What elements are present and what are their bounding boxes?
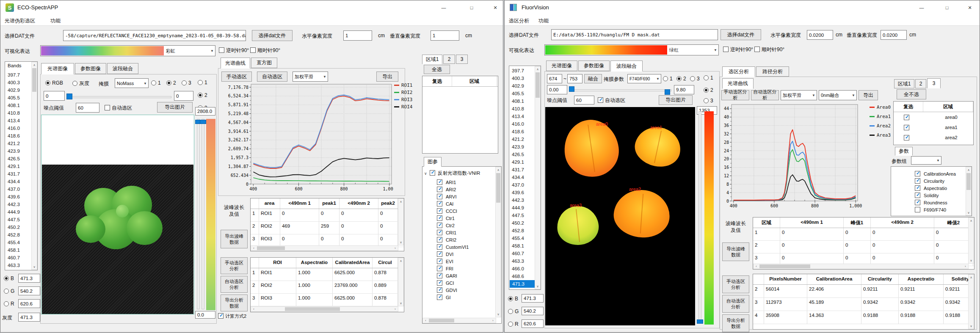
checkbox[interactable] (915, 178, 920, 184)
colorbar-slider-track-2[interactable] (202, 119, 204, 309)
bands-scrollbar[interactable]: ∧∨ (535, 66, 541, 289)
index-item[interactable]: CRI2 (422, 236, 494, 243)
maximize-button[interactable]: □ (464, 3, 480, 12)
tab-region-1[interactable]: 区域1 (894, 79, 914, 88)
checkbox[interactable] (904, 125, 909, 130)
threshold-slider-handle[interactable] (66, 94, 72, 99)
table-row[interactable]: 1ROI1000055 (251, 209, 404, 222)
fusion-width-combo[interactable]: 0nm融合 ▼ (819, 90, 857, 100)
band-item[interactable]: 408.1 (509, 97, 535, 105)
colorbar-slider-track[interactable] (698, 111, 701, 323)
close-button[interactable]: ✕ (487, 3, 503, 12)
peak-table-vscroll[interactable]: ∧∨ (968, 217, 974, 264)
minimize-button[interactable]: — (914, 3, 930, 12)
noise-threshold-input[interactable]: 60 (76, 103, 99, 113)
band-item[interactable]: 397.7 (509, 67, 535, 74)
band-item[interactable]: 400.3 (509, 74, 535, 82)
index-item[interactable]: CustomVI1 (422, 243, 494, 250)
checkbox[interactable] (437, 201, 442, 206)
param-item[interactable]: Circularity (891, 177, 966, 184)
band-item[interactable]: 447.5 (5, 216, 30, 223)
manual-roi-analysis-button[interactable]: 手动选区分析 (721, 90, 749, 100)
display-mode-3-radio[interactable]: 3 (182, 80, 191, 86)
radio[interactable] (663, 76, 668, 81)
auto-roi-analysis-button[interactable]: 自动选区分析 (751, 90, 779, 100)
checkbox[interactable] (105, 105, 110, 110)
peak-table-hscroll[interactable]: ‹› (753, 264, 969, 269)
param-group-combo[interactable]: ▼ (911, 156, 941, 165)
checkbox[interactable] (437, 244, 442, 250)
tab-region-3[interactable]: 3 (456, 55, 468, 64)
tab-histogram[interactable]: 直方图 (251, 58, 277, 68)
display-mode-2-radio[interactable]: 2 (166, 80, 176, 86)
tab-image-params[interactable]: 图参 (424, 157, 442, 167)
index-item[interactable]: Ctr1 (422, 215, 494, 222)
index-item[interactable]: ARI1 (422, 179, 494, 186)
dat-path-input[interactable]: -58/capture/REFLECTANCE_FACE1230_emptyna… (63, 30, 246, 41)
v-pixel-width-input[interactable]: 1 (431, 30, 459, 41)
tab-region-1[interactable]: 区域1 (422, 55, 442, 64)
band-item[interactable]: 452.8 (509, 227, 535, 234)
fusion-to-input[interactable]: 753 (567, 74, 582, 83)
export-curve-button[interactable]: 导出 (376, 72, 398, 82)
display-mode-2-radio[interactable]: 2 (676, 76, 686, 82)
checkbox[interactable] (219, 47, 224, 53)
menu-pseudocolor-select[interactable]: 光谱伪彩选区 (5, 17, 35, 25)
band-item[interactable]: 447.5 (509, 212, 535, 219)
tab-parameters[interactable]: 参数 (895, 147, 913, 156)
index-item[interactable]: CCCI (422, 207, 494, 215)
smoothing-combo[interactable]: 加权平滑 ▼ (781, 90, 817, 100)
bands-scrollbar[interactable]: ∧∨ (31, 62, 37, 270)
noise-threshold-input[interactable]: 60 (574, 96, 594, 105)
checkbox[interactable] (437, 266, 442, 271)
band-item[interactable]: 450.2 (509, 219, 535, 227)
peak-table-hscroll[interactable]: ‹› (251, 245, 398, 251)
index-item[interactable]: ARVI (422, 193, 494, 200)
analysis-table-vscroll[interactable]: ∧∨ (398, 258, 404, 306)
tab-region-2[interactable]: 2 (915, 79, 926, 88)
param-item[interactable]: Solidity (891, 192, 966, 199)
rgb-radio[interactable]: RGB (45, 80, 63, 86)
channel-g-input[interactable]: 540.2 (18, 286, 40, 295)
auto-select-checkbox[interactable]: 自动选区 (598, 97, 625, 104)
colormap-combo[interactable]: 彩虹 ▼ (40, 45, 215, 56)
checkbox[interactable] (437, 187, 442, 192)
table-row[interactable]: 20000 (753, 241, 974, 253)
colormap-combo[interactable]: 绿红 ▼ (544, 44, 719, 55)
radio[interactable] (704, 98, 709, 103)
auto-analysis-button[interactable]: 自动选区 分析 (722, 295, 749, 313)
gray-input[interactable]: 471.3 (18, 313, 40, 322)
colorbar-max-input[interactable]: 2808.0 (195, 107, 215, 116)
channel-b-radio[interactable]: B (4, 275, 14, 281)
table-row[interactable]: 10000 (753, 228, 974, 241)
band-item[interactable]: 437.0 (5, 185, 30, 193)
roi-group-2-radio[interactable]: 2 (198, 92, 207, 98)
tab-path-analysis[interactable]: 路径分析 (756, 66, 789, 77)
band-item[interactable]: 431.7 (5, 170, 30, 178)
fuse-button[interactable]: 融合 (584, 74, 602, 83)
band-item[interactable]: 413.4 (5, 117, 30, 124)
channel-b-input[interactable]: 471.3 (522, 294, 544, 303)
roi-group-1-radio[interactable]: 1 (704, 75, 713, 81)
checkbox[interactable] (437, 237, 442, 242)
table-row[interactable]: 1ROI11.0006625.0000.878 (251, 268, 404, 281)
threshold-high-input[interactable]: 0 (174, 91, 193, 101)
radio[interactable] (704, 75, 709, 80)
tree-collapse-icon[interactable]: ∨ (424, 171, 427, 176)
band-item[interactable]: 429.1 (509, 158, 535, 166)
indices-vscroll[interactable]: ∧∨ (495, 167, 501, 317)
region-row[interactable]: area1 (894, 122, 973, 132)
export-curve-button[interactable]: 导出 (859, 90, 878, 100)
index-item[interactable]: FRI (422, 265, 494, 272)
checkbox[interactable] (904, 115, 909, 120)
band-item[interactable]: 437.0 (509, 181, 535, 189)
band-item[interactable]: 444.9 (5, 208, 30, 216)
fusion-slider-handle-low[interactable] (569, 86, 574, 92)
index-item[interactable]: Ctr2 (422, 222, 494, 229)
export-peaks-button[interactable]: 导出波峰 数据 (221, 230, 248, 248)
calc-mode-checkbox[interactable]: 计算方式2 (218, 313, 246, 319)
shape-table-vscroll[interactable]: ∧∨ (968, 274, 974, 329)
radio[interactable] (4, 276, 9, 281)
channel-g-radio[interactable]: G (508, 308, 519, 314)
radio[interactable] (4, 301, 9, 306)
